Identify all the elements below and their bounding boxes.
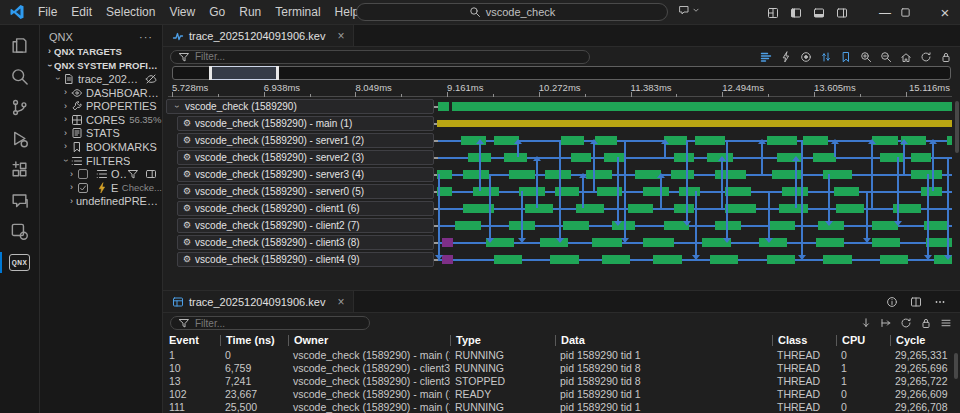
menu-selection[interactable]: Selection <box>99 5 162 19</box>
column-header-owner[interactable]: Owner <box>288 335 450 346</box>
minimize-button[interactable]: — <box>870 6 900 20</box>
row-label[interactable]: ⚙vscode_check (1589290) - main (1) <box>177 116 434 131</box>
column-header-cpu[interactable]: CPU <box>836 335 890 346</box>
column-header-data[interactable]: Data <box>555 335 772 346</box>
sync-icon[interactable] <box>900 317 912 329</box>
table-row[interactable]: 10223,667vscode_check (1589290) - main (… <box>163 387 960 400</box>
sidebar-item-trace-file[interactable]: ›trace_20251204091... <box>40 72 162 86</box>
activity-item-qnx[interactable]: QNX <box>0 247 40 278</box>
row-track[interactable] <box>437 200 952 217</box>
overview-selection-handle[interactable] <box>211 66 277 80</box>
row-track[interactable] <box>437 251 952 268</box>
sidebar-item-events-filter[interactable]: ›EVENTSChecke... <box>40 181 162 195</box>
timeline-scrollbar[interactable] <box>955 101 959 153</box>
layout-toggle-icon-4[interactable] <box>836 7 848 19</box>
activity-item-chat[interactable] <box>0 185 40 216</box>
sidebar-item-dashboards[interactable]: ›DASHBOARDS <box>40 86 162 100</box>
activity-item-remote-profiler[interactable] <box>0 216 40 247</box>
more-icon[interactable] <box>934 296 946 308</box>
menu-icon[interactable] <box>940 317 952 329</box>
sidebar-item-stats[interactable]: ›STATS <box>40 127 162 141</box>
sidebar-more-button[interactable]: ··· <box>139 31 153 43</box>
column-header-time-ns-[interactable]: Time (ns) <box>220 335 288 346</box>
updown-icon[interactable] <box>820 51 832 63</box>
activity-item-run-debug[interactable] <box>0 123 40 154</box>
row-label[interactable]: ⚙vscode_check (1589290) - server3 (4) <box>177 167 434 182</box>
stack-icon[interactable] <box>760 51 772 63</box>
row-track[interactable] <box>437 166 952 183</box>
activity-item-extensions[interactable] <box>0 154 40 185</box>
menu-run[interactable]: Run <box>232 5 268 19</box>
lock-icon[interactable] <box>920 317 932 329</box>
row-track[interactable] <box>437 217 952 234</box>
checkbox-empty[interactable] <box>76 168 92 180</box>
panel-tab-close-icon[interactable]: × <box>337 295 344 309</box>
row-label[interactable]: ⚙vscode_check (1589290) - server2 (3) <box>177 150 434 165</box>
timeline-filter-input[interactable]: Filter... <box>170 50 590 64</box>
copilot-chat-button[interactable] <box>678 4 701 16</box>
menu-terminal[interactable]: Terminal <box>268 5 327 19</box>
table-row[interactable]: 10vscode_check (1589290) - main (1)RUNNI… <box>163 348 960 361</box>
lock-icon[interactable] <box>940 51 952 63</box>
command-center-search[interactable]: vscode_check <box>356 3 668 21</box>
tab-trace-events[interactable]: trace_20251204091906.kev × <box>163 291 354 312</box>
row-label[interactable]: ›vscode_check (1589290) <box>166 99 434 114</box>
row-label[interactable]: ⚙vscode_check (1589290) - client2 (7) <box>177 218 434 233</box>
sidebar-item-filters[interactable]: ›FILTERS <box>40 154 162 168</box>
row-label[interactable]: ⚙vscode_check (1589290) - server1 (2) <box>177 133 434 148</box>
row-label[interactable]: ⚙vscode_check (1589290) - client1 (6) <box>177 201 434 216</box>
panel-icon[interactable] <box>144 168 160 180</box>
info-icon[interactable] <box>886 296 898 308</box>
events-filter-input[interactable]: Filter... <box>170 316 370 330</box>
activity-item-source-control[interactable] <box>0 92 40 123</box>
row-label[interactable]: ⚙vscode_check (1589290) - client3 (8) <box>177 235 434 250</box>
eye-off-icon[interactable] <box>144 73 160 85</box>
table-row[interactable]: 106,759vscode_check (1589290) - client3 … <box>163 361 960 374</box>
menu-go[interactable]: Go <box>202 5 232 19</box>
sidebar-item-bookmarks[interactable]: ›BOOKMARKS <box>40 140 162 154</box>
sidebar-item-presets[interactable]: ›undefinedPRESETS <box>40 195 162 209</box>
checkbox-checked[interactable] <box>76 182 92 194</box>
activity-item-explorer[interactable] <box>0 30 40 61</box>
column-header-event[interactable]: Event <box>168 335 220 346</box>
layout-toggle-icon-2[interactable] <box>790 7 802 19</box>
menu-file[interactable]: File <box>31 5 64 19</box>
activity-item-search[interactable] <box>0 61 40 92</box>
table-row[interactable]: 137,241vscode_check (1589290) - client3 … <box>163 374 960 387</box>
panel-scrollbar[interactable] <box>954 353 958 379</box>
row-track[interactable] <box>437 183 952 200</box>
sidebar-item-cores[interactable]: ›CORES56.35% <box>40 113 162 127</box>
row-label[interactable]: ⚙vscode_check (1589290) - client4 (9) <box>177 252 434 267</box>
home-icon[interactable] <box>900 51 912 63</box>
bookmark-icon[interactable] <box>840 51 852 63</box>
mapto-icon[interactable] <box>880 317 892 329</box>
sidebar-item-qnx-targets[interactable]: ›QNX TARGETS <box>40 45 162 59</box>
row-track[interactable] <box>437 132 952 149</box>
row-track[interactable] <box>437 98 952 115</box>
timeline-overview-bar[interactable] <box>172 66 951 80</box>
sidebar-item-qnx-system-profiler[interactable]: ›QNX SYSTEM PROFILER <box>40 59 162 73</box>
split-icon[interactable] <box>910 296 922 308</box>
down-icon[interactable] <box>860 317 872 329</box>
row-track[interactable] <box>437 149 952 166</box>
row-label[interactable]: ⚙vscode_check (1589290) - server0 (5) <box>177 184 434 199</box>
table-row[interactable]: 11125,500vscode_check (1589290) - main (… <box>163 400 960 413</box>
layout-toggle-icon-3[interactable] <box>813 7 825 19</box>
layout-toggle-icon-1[interactable] <box>767 7 779 19</box>
tab-close-icon[interactable]: × <box>337 29 344 43</box>
close-button[interactable]: × <box>930 4 960 21</box>
column-header-type[interactable]: Type <box>450 335 555 346</box>
circle-icon[interactable] <box>800 51 812 63</box>
column-header-cycle[interactable]: Cycle <box>890 335 960 346</box>
filter-icon[interactable] <box>126 168 142 180</box>
row-track[interactable] <box>437 115 952 132</box>
zoomout-icon[interactable] <box>880 51 892 63</box>
row-track[interactable] <box>437 234 952 251</box>
menu-edit[interactable]: Edit <box>64 5 99 19</box>
column-header-class[interactable]: Class <box>772 335 836 346</box>
sidebar-item-properties[interactable]: ›PROPERTIES <box>40 99 162 113</box>
maximize-button[interactable] <box>900 7 930 18</box>
zoomin-icon[interactable] <box>860 51 872 63</box>
tab-trace-editor[interactable]: trace_20251204091906.kev × <box>163 25 354 46</box>
menu-view[interactable]: View <box>162 5 202 19</box>
